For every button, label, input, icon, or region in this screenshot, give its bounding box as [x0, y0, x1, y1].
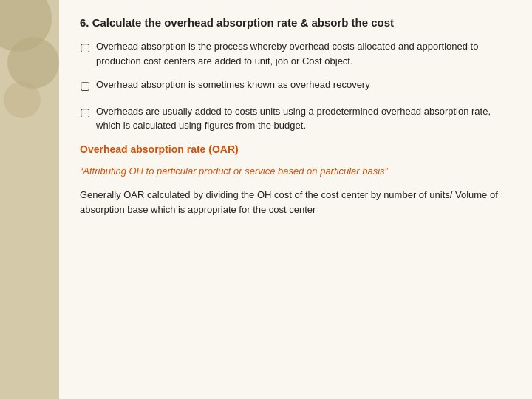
bullet-marker-3: ▢ — [80, 104, 93, 121]
section-title: 6. Calculate the overhead absorption rat… — [80, 16, 511, 29]
bullet-item-1: ▢ Overhead absorption is the process whe… — [80, 39, 511, 68]
bullet-marker-2: ▢ — [80, 78, 93, 95]
bullet-text-3: Overheads are usually added to costs uni… — [96, 104, 511, 133]
bullet-text-1: Overhead absorption is the process where… — [96, 39, 511, 68]
oar-heading: Overhead absorption rate (OAR) — [80, 143, 511, 155]
left-decoration — [0, 0, 59, 399]
oar-quote: “Attributing OH to particular product or… — [80, 164, 511, 179]
bullet-text-2: Overhead absorption is sometimes known a… — [96, 78, 511, 92]
leaf-circle-2 — [7, 37, 59, 89]
main-content: 6. Calculate the overhead absorption rat… — [59, 0, 532, 399]
bullet-item-3: ▢ Overheads are usually added to costs u… — [80, 104, 511, 133]
leaf-circle-3 — [4, 81, 41, 118]
oar-description: Generally OAR calculated by dividing the… — [80, 188, 511, 217]
bullet-marker-1: ▢ — [80, 39, 93, 56]
bullet-item-2: ▢ Overhead absorption is sometimes known… — [80, 78, 511, 95]
